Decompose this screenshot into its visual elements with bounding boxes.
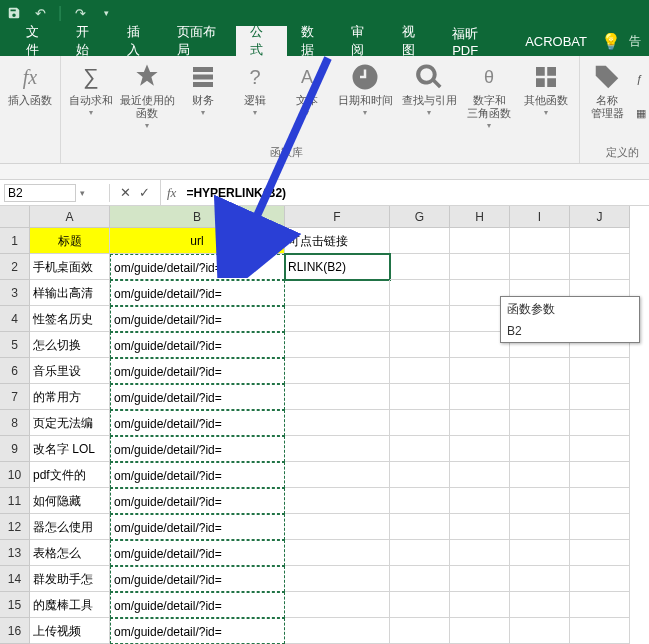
cell-a1[interactable]: 标题 bbox=[30, 228, 110, 254]
cell[interactable] bbox=[450, 384, 510, 410]
col-header-j[interactable]: J bbox=[570, 206, 630, 228]
cell[interactable] bbox=[570, 436, 630, 462]
cell-a[interactable]: 表格怎么 bbox=[30, 540, 110, 566]
cell-a[interactable]: 改名字 LOL bbox=[30, 436, 110, 462]
cell[interactable] bbox=[570, 488, 630, 514]
cell[interactable] bbox=[450, 228, 510, 254]
cell[interactable] bbox=[390, 462, 450, 488]
cell[interactable] bbox=[390, 280, 450, 306]
tab-home[interactable]: 开始 bbox=[62, 26, 112, 56]
col-header-f[interactable]: F bbox=[285, 206, 390, 228]
from-sel-button[interactable]: ▦根据 bbox=[632, 98, 649, 130]
tab-layout[interactable]: 页面布局 bbox=[163, 26, 236, 56]
cell[interactable] bbox=[570, 358, 630, 384]
cell-b[interactable]: om/guide/detail/?id= bbox=[110, 514, 285, 540]
cell-f[interactable] bbox=[285, 488, 390, 514]
other-button[interactable]: 其他函数▾ bbox=[519, 60, 573, 117]
cell-f[interactable] bbox=[285, 358, 390, 384]
row-header[interactable]: 6 bbox=[0, 358, 30, 384]
cell-f[interactable] bbox=[285, 436, 390, 462]
cell[interactable] bbox=[570, 384, 630, 410]
fx-label-icon[interactable]: fx bbox=[161, 185, 182, 201]
cell[interactable] bbox=[450, 436, 510, 462]
cell[interactable] bbox=[390, 384, 450, 410]
cell[interactable] bbox=[510, 540, 570, 566]
cell[interactable] bbox=[450, 592, 510, 618]
cell-b[interactable]: om/guide/detail/?id= bbox=[110, 410, 285, 436]
col-header-i[interactable]: I bbox=[510, 206, 570, 228]
cell[interactable] bbox=[510, 566, 570, 592]
cell[interactable] bbox=[450, 254, 510, 280]
cell-b[interactable]: om/guide/detail/?id= bbox=[110, 592, 285, 618]
cell-f[interactable] bbox=[285, 462, 390, 488]
col-header-b[interactable]: B bbox=[110, 206, 285, 228]
used-in-button[interactable]: ƒ用于 bbox=[632, 64, 649, 96]
row-header[interactable]: 9 bbox=[0, 436, 30, 462]
row-header[interactable]: 10 bbox=[0, 462, 30, 488]
cell-f[interactable]: RLINK(B2) bbox=[285, 254, 390, 280]
cell[interactable] bbox=[510, 436, 570, 462]
cell[interactable] bbox=[390, 514, 450, 540]
row-header[interactable]: 14 bbox=[0, 566, 30, 592]
cell-a[interactable]: 如何隐藏 bbox=[30, 488, 110, 514]
cell-a[interactable]: 样输出高清 bbox=[30, 280, 110, 306]
cell[interactable] bbox=[570, 592, 630, 618]
cell[interactable] bbox=[450, 618, 510, 644]
cell-a[interactable]: 性签名历史 bbox=[30, 306, 110, 332]
row-header[interactable]: 11 bbox=[0, 488, 30, 514]
cell-a[interactable]: 的常用方 bbox=[30, 384, 110, 410]
cell-a[interactable]: 群发助手怎 bbox=[30, 566, 110, 592]
cell-f[interactable] bbox=[285, 306, 390, 332]
undo-icon[interactable]: ↶ bbox=[32, 5, 48, 21]
cell-b[interactable]: om/guide/detail/?id= bbox=[110, 488, 285, 514]
tab-data[interactable]: 数据 bbox=[287, 26, 337, 56]
cell-b[interactable]: om/guide/detail/?id= bbox=[110, 540, 285, 566]
row-header[interactable]: 5 bbox=[0, 332, 30, 358]
cell[interactable] bbox=[510, 254, 570, 280]
col-header-a[interactable]: A bbox=[30, 206, 110, 228]
save-icon[interactable] bbox=[6, 5, 22, 21]
financial-button[interactable]: 财务▾ bbox=[179, 60, 227, 117]
cell-a[interactable]: 器怎么使用 bbox=[30, 514, 110, 540]
cell-b[interactable]: om/guide/detail/?id= bbox=[110, 462, 285, 488]
cell[interactable] bbox=[390, 228, 450, 254]
cell[interactable] bbox=[450, 514, 510, 540]
cell[interactable] bbox=[510, 358, 570, 384]
cell[interactable] bbox=[510, 618, 570, 644]
cell-b[interactable]: om/guide/detail/?id= bbox=[110, 566, 285, 592]
row-header[interactable]: 1 bbox=[0, 228, 30, 254]
cell[interactable] bbox=[450, 410, 510, 436]
cell[interactable] bbox=[510, 410, 570, 436]
tab-insert[interactable]: 插入 bbox=[113, 26, 163, 56]
cell[interactable] bbox=[450, 358, 510, 384]
insert-function-button[interactable]: fx 插入函数 bbox=[6, 60, 54, 107]
cell-f[interactable] bbox=[285, 540, 390, 566]
cell-a[interactable]: 的魔棒工具 bbox=[30, 592, 110, 618]
cell-f[interactable] bbox=[285, 566, 390, 592]
cell-b[interactable]: om/guide/detail/?id= bbox=[110, 332, 285, 358]
spreadsheet-grid[interactable]: A B F G H I J 1 标题 url 可点击链接 2手机桌面效om/gu… bbox=[0, 206, 649, 644]
cell[interactable] bbox=[390, 566, 450, 592]
cell[interactable] bbox=[390, 540, 450, 566]
cell[interactable] bbox=[450, 488, 510, 514]
cell-f[interactable] bbox=[285, 410, 390, 436]
recent-button[interactable]: 最近使用的 函数▾ bbox=[119, 60, 175, 130]
cell[interactable] bbox=[510, 592, 570, 618]
cell-b[interactable]: om/guide/detail/?id= bbox=[110, 384, 285, 410]
cell-a[interactable]: 上传视频 bbox=[30, 618, 110, 644]
row-header[interactable]: 2 bbox=[0, 254, 30, 280]
datetime-button[interactable]: 日期和时间▾ bbox=[335, 60, 395, 117]
tab-foxit[interactable]: 福昕PDF bbox=[438, 26, 511, 56]
cell[interactable] bbox=[570, 462, 630, 488]
text-button[interactable]: A 文本▾ bbox=[283, 60, 331, 117]
name-box[interactable]: ▾ bbox=[0, 184, 110, 202]
cell[interactable] bbox=[570, 514, 630, 540]
col-header-g[interactable]: G bbox=[390, 206, 450, 228]
cell[interactable] bbox=[450, 540, 510, 566]
enter-icon[interactable]: ✓ bbox=[139, 185, 150, 200]
tab-acrobat[interactable]: ACROBAT bbox=[511, 26, 601, 56]
autosum-button[interactable]: ∑ 自动求和▾ bbox=[67, 60, 115, 117]
cell-f[interactable] bbox=[285, 384, 390, 410]
cell-b[interactable]: om/guide/detail/?id= bbox=[110, 358, 285, 384]
cell-f[interactable] bbox=[285, 592, 390, 618]
